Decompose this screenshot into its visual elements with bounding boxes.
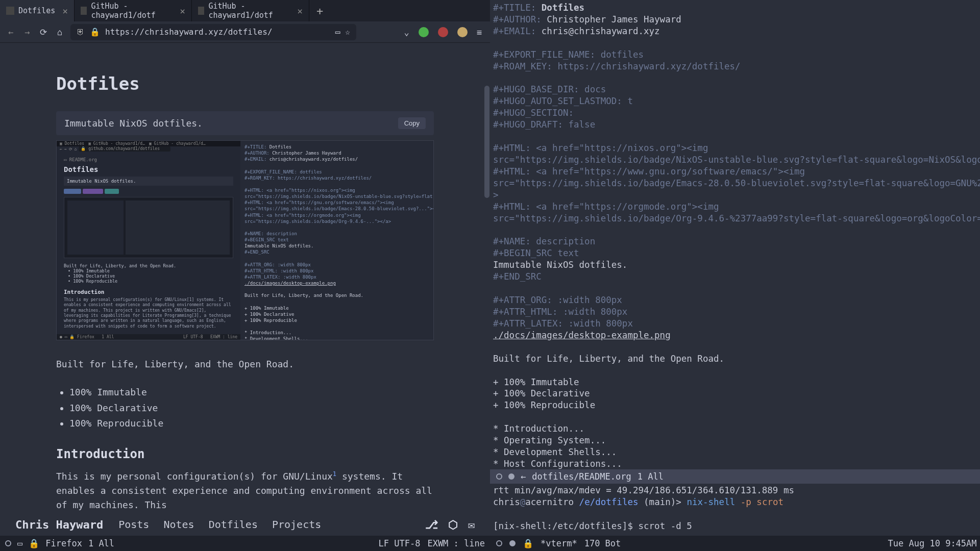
favicon-icon	[198, 7, 204, 15]
tagline: Built for Life, Liberty, and the Open Ro…	[56, 359, 434, 369]
browser-tab-active[interactable]: Dotfiles ×	[0, 0, 75, 21]
close-icon[interactable]: ×	[180, 6, 185, 16]
close-icon[interactable]: ×	[297, 6, 303, 16]
nav-link[interactable]: Posts	[118, 518, 149, 531]
shield-icon[interactable]: ⛨	[77, 27, 85, 37]
reload-icon[interactable]: ⟳	[38, 27, 49, 37]
datetime: Tue Aug 10 9:45AM 0.31	[888, 538, 980, 548]
github-icon[interactable]: ⎇	[425, 518, 438, 531]
site-navbar: Chris Hayward Posts Notes Dotfiles Proje…	[0, 512, 490, 536]
menu-icon[interactable]: ≡	[477, 27, 482, 37]
site-name[interactable]: Chris Hayward	[15, 518, 103, 531]
browser-tab[interactable]: GitHub - chayward1/dotf ×	[192, 0, 309, 21]
intro-paragraph: This is my personal configuration(s) for…	[56, 469, 434, 512]
gitlab-icon[interactable]: ⬡	[448, 518, 458, 531]
favicon-icon	[6, 7, 14, 15]
tab-title: GitHub - chayward1/dotf	[208, 2, 290, 20]
list-item: 100% Reproducible	[69, 416, 434, 432]
section-heading: Introduction	[56, 447, 434, 461]
browser-tab-strip: Dotfiles × GitHub - chayward1/dotf × Git…	[0, 0, 490, 21]
copy-button[interactable]: Copy	[398, 117, 426, 129]
major-mode: EXWM : line	[427, 538, 485, 548]
feature-list: 100% Immutable 100% Declarative 100% Rep…	[69, 385, 434, 432]
browser-tab[interactable]: GitHub - chayward1/dotf ×	[75, 0, 192, 21]
pocket-icon[interactable]: ⌄	[404, 27, 409, 37]
buffer-path: dotfiles/README.org	[532, 471, 631, 482]
right-pane-emacs: #+TITLE: Dotfiles #+AUTHOR: Christopher …	[490, 0, 980, 551]
nav-link[interactable]: Projects	[272, 518, 321, 531]
extension-icon[interactable]	[419, 27, 429, 37]
modified-icon	[508, 473, 514, 480]
forward-icon: →	[21, 27, 33, 37]
home-icon[interactable]: ⌂	[54, 27, 65, 37]
position: 170 Bot	[584, 538, 621, 548]
buffer-name: Firefox	[45, 538, 82, 548]
nav-link[interactable]: Dotfiles	[209, 518, 258, 531]
mail-icon[interactable]: ✉	[468, 518, 475, 531]
nav-link[interactable]: Notes	[163, 518, 194, 531]
favicon-icon	[81, 7, 87, 15]
new-tab-button[interactable]: +	[309, 5, 330, 17]
url-text: https://chrishayward.xyz/dotfiles/	[105, 27, 273, 37]
modified-icon	[509, 540, 516, 546]
code-text: Immutable NixOS dotfiles.	[64, 118, 203, 129]
bookmark-icon[interactable]: ☆	[345, 27, 350, 37]
buffer-name: *vterm*	[541, 538, 577, 548]
scrollbar[interactable]	[484, 86, 489, 510]
status-icon	[496, 540, 502, 546]
address-bar[interactable]: ⛨ 🔒 https://chrishayward.xyz/dotfiles/ ▭…	[70, 24, 356, 40]
page-content: Dotfiles Immutable NixOS dotfiles. Copy …	[0, 43, 490, 512]
list-item: 100% Immutable	[69, 385, 434, 400]
lock-icon[interactable]: 🔒	[90, 27, 100, 37]
position: 1 All	[638, 471, 664, 482]
lock-icon: 🔒	[29, 538, 39, 548]
extension-icon[interactable]	[438, 27, 448, 37]
back-icon: ←	[521, 471, 526, 482]
status-icon	[5, 540, 11, 546]
status-icon	[496, 473, 502, 480]
vterm-buffer[interactable]: rtt min/avg/max/mdev = 49.294/186.651/36…	[490, 484, 980, 536]
footnote-link[interactable]: 1	[333, 470, 336, 478]
browser-nav-bar: ← → ⟳ ⌂ ⛨ 🔒 https://chrishayward.xyz/dot…	[0, 21, 490, 43]
description-code-block: Immutable NixOS dotfiles. Copy	[56, 111, 434, 135]
position: 1 All	[88, 538, 114, 548]
close-icon[interactable]: ×	[62, 6, 68, 16]
org-buffer[interactable]: #+TITLE: Dotfiles #+AUTHOR: Christopher …	[490, 0, 980, 469]
readonly-icon: ▭	[17, 538, 22, 548]
extension-icon[interactable]	[457, 27, 468, 37]
tab-title: GitHub - chayward1/dotf	[91, 2, 173, 20]
back-icon[interactable]: ←	[5, 27, 16, 37]
tab-title: Dotfiles	[18, 6, 55, 15]
lock-icon: 🔒	[523, 538, 533, 548]
embedded-screenshot: ▣ Dotfiles▣ GitHub - chayward1/d…▣ GitHu…	[56, 140, 434, 340]
left-pane-firefox: Dotfiles × GitHub - chayward1/dotf × Git…	[0, 0, 490, 551]
modeline-left: ▭ 🔒 Firefox 1 All LF UTF-8 EXWM : line	[0, 536, 490, 551]
reader-icon[interactable]: ▭	[335, 27, 340, 37]
encoding: LF UTF-8	[379, 538, 421, 548]
modeline-org: ← dotfiles/README.org 1 All LF UTF-8 Org…	[490, 469, 980, 484]
list-item: 100% Declarative	[69, 400, 434, 416]
modeline-vterm: 🔒 *vterm* 170 Bot Tue Aug 10 9:45AM 0.31…	[490, 536, 980, 551]
page-title: Dotfiles	[56, 73, 434, 94]
